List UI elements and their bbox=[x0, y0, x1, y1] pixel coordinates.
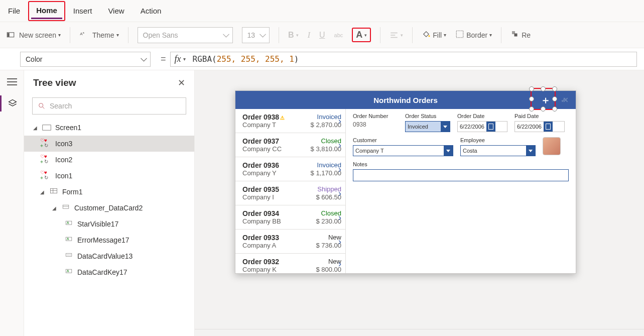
label-order-status: Order Status bbox=[405, 113, 450, 119]
employee-avatar bbox=[543, 137, 561, 155]
formula-text: RGBA(255, 255, 255, 1) bbox=[193, 54, 299, 64]
new-screen-icon bbox=[6, 31, 15, 40]
svg-point-6 bbox=[429, 35, 430, 37]
label-order-number: Order Number bbox=[353, 113, 398, 119]
menu-view[interactable]: View bbox=[100, 2, 132, 20]
svg-point-23 bbox=[70, 255, 70, 255]
notes-input[interactable] bbox=[353, 169, 569, 181]
tree-errormsg-label: ErrorMessage17 bbox=[77, 236, 130, 244]
fill-icon bbox=[422, 30, 431, 40]
tree-form1[interactable]: ◢ Form1 bbox=[24, 184, 194, 200]
tree-search-input[interactable]: Search bbox=[32, 97, 186, 115]
fill-button[interactable]: Fill ▾ bbox=[422, 30, 446, 40]
reorder-button[interactable]: Re bbox=[510, 30, 531, 40]
tree-datacardvalue[interactable]: DataCardValue13 bbox=[24, 248, 194, 264]
tree-icon1-label: Icon1 bbox=[55, 172, 72, 180]
chevron-right-icon: › bbox=[338, 258, 341, 269]
group-icon: ♡♥＋↻ bbox=[40, 140, 51, 148]
canvas[interactable]: Northwind Orders ＋ ✕ ✓ Order 0938⚠Invoic… bbox=[195, 70, 644, 336]
chevron-right-icon: › bbox=[338, 164, 341, 174]
app-header: Northwind Orders ＋ ✕ ✓ bbox=[235, 91, 576, 109]
order-row[interactable]: Order 0932NewCompany K$ 800.00› bbox=[235, 254, 345, 273]
ribbon: New screen ▾ Aª Theme ▾ Open Sans 13 B▾ … bbox=[0, 22, 644, 48]
customer-dropdown[interactable]: Company T bbox=[353, 145, 453, 156]
underline-button[interactable]: U bbox=[319, 31, 325, 40]
menu-action[interactable]: Action bbox=[133, 2, 170, 20]
menu-file[interactable]: File bbox=[0, 2, 28, 20]
svg-point-10 bbox=[39, 103, 43, 107]
app-title: Northwind Orders bbox=[235, 96, 576, 104]
group-icon: ♡♥＋↻ bbox=[40, 156, 51, 164]
datacard-icon bbox=[61, 204, 70, 211]
highlight-home: Home bbox=[28, 1, 65, 21]
tree-screen1[interactable]: ◢ Screen1 bbox=[24, 120, 194, 136]
order-row[interactable]: Order 0935ShippedCompany I$ 606.50› bbox=[235, 181, 345, 205]
tree-icon2[interactable]: ♡♥＋↻ Icon2 bbox=[24, 152, 194, 168]
chevron-down-icon: ▾ bbox=[183, 56, 186, 62]
close-panel-button[interactable]: ✕ bbox=[178, 77, 185, 88]
reorder-label: Re bbox=[522, 31, 531, 39]
italic-button[interactable]: I bbox=[308, 31, 310, 40]
svg-rect-16 bbox=[63, 205, 69, 208]
tree-datacard[interactable]: ◢ Customer_DataCard2 bbox=[24, 200, 194, 216]
tree-scroll[interactable]: ◢ Screen1 ♡♥＋↻ Icon3 ♡♥＋↻ Icon2 ♡♥＋↻ Ico… bbox=[24, 120, 194, 336]
status-dropdown[interactable]: Invoiced bbox=[405, 121, 450, 132]
add-order-button[interactable]: ＋ bbox=[536, 91, 556, 109]
tree-datacard-label: Customer_DataCard2 bbox=[74, 204, 143, 212]
svg-rect-1 bbox=[8, 33, 10, 37]
tree-datacardvalue-label: DataCardValue13 bbox=[77, 252, 133, 260]
tree-icon3-label: Icon3 bbox=[55, 140, 72, 148]
fx-icon: fx bbox=[175, 54, 181, 64]
tree-form1-label: Form1 bbox=[62, 188, 82, 196]
paid-date-input[interactable]: 6/22/2006 bbox=[514, 121, 565, 132]
font-size-select[interactable]: 13 bbox=[242, 27, 270, 43]
tree-view-tab[interactable] bbox=[0, 95, 24, 111]
group-icon: ♡♥＋↻ bbox=[40, 172, 51, 180]
border-button[interactable]: Border ▾ bbox=[455, 30, 492, 40]
align-button[interactable]: ▾ bbox=[390, 31, 403, 40]
svg-rect-24 bbox=[66, 269, 72, 273]
order-row[interactable]: Order 0936InvoicedCompany Y$ 1,170.00› bbox=[235, 157, 345, 181]
property-select[interactable]: Color bbox=[20, 52, 151, 67]
order-row[interactable]: Order 0937ClosedCompany CC$ 3,810.00› bbox=[235, 133, 345, 157]
order-date-input[interactable]: 6/22/2006 bbox=[457, 121, 507, 132]
bold-button[interactable]: B▾ bbox=[288, 31, 299, 40]
theme-button[interactable]: Theme ▾ bbox=[92, 31, 119, 39]
tree-icon1[interactable]: ♡♥＋↻ Icon1 bbox=[24, 168, 194, 184]
new-screen-button[interactable]: New screen ▾ bbox=[19, 31, 61, 39]
tree-icon3[interactable]: ♡♥＋↻ Icon3 bbox=[24, 136, 194, 152]
confirm-button[interactable]: ✓ bbox=[554, 91, 574, 109]
dropdown-icon bbox=[64, 253, 73, 260]
tree-datacardkey-label: DataCardKey17 bbox=[77, 268, 127, 276]
tree-datacardkey[interactable]: DataCardKey17 bbox=[24, 264, 194, 280]
equals-label: = bbox=[161, 54, 166, 64]
order-row[interactable]: Order 0933NewCompany A$ 736.00› bbox=[235, 230, 345, 254]
canvas-horizontal-scrollbar[interactable] bbox=[195, 329, 644, 336]
menu-home[interactable]: Home bbox=[31, 3, 62, 19]
svg-line-11 bbox=[43, 107, 44, 108]
formula-bar: Color = fx ▾ RGBA(255, 255, 255, 1) bbox=[0, 48, 644, 70]
main: Tree view ✕ Search ◢ Screen1 ♡♥＋↻ Icon3 … bbox=[0, 70, 644, 336]
font-color-button[interactable]: A▾ bbox=[356, 30, 367, 40]
order-detail: Order Number 0938 Order Status Invoiced … bbox=[346, 109, 576, 273]
order-list[interactable]: Order 0938⚠InvoicedCompany T$ 2,870.00›O… bbox=[235, 109, 346, 273]
order-row[interactable]: Order 0934ClosedCompany BB$ 230.00› bbox=[235, 205, 345, 230]
theme-icon: Aª bbox=[79, 31, 88, 40]
app-preview: Northwind Orders ＋ ✕ ✓ Order 0938⚠Invoic… bbox=[235, 90, 576, 274]
svg-rect-13 bbox=[50, 188, 57, 193]
tree-errormsg[interactable]: ErrorMessage17 bbox=[24, 232, 194, 248]
formula-input[interactable]: fx ▾ RGBA(255, 255, 255, 1) bbox=[170, 52, 637, 67]
menu-insert[interactable]: Insert bbox=[65, 2, 100, 20]
strike-button[interactable]: abc bbox=[334, 32, 343, 38]
fill-label: Fill bbox=[433, 31, 442, 39]
hamburger-icon[interactable] bbox=[7, 78, 17, 85]
employee-dropdown[interactable]: Costa bbox=[460, 145, 536, 156]
tree-starvisible[interactable]: StarVisible17 bbox=[24, 216, 194, 232]
svg-rect-19 bbox=[66, 237, 72, 241]
order-row[interactable]: Order 0938⚠InvoicedCompany T$ 2,870.00› bbox=[235, 109, 345, 133]
svg-point-21 bbox=[67, 255, 68, 255]
tree-title: Tree view bbox=[33, 77, 76, 88]
font-select[interactable]: Open Sans bbox=[138, 27, 233, 43]
svg-rect-9 bbox=[514, 34, 518, 37]
search-placeholder: Search bbox=[50, 102, 72, 110]
